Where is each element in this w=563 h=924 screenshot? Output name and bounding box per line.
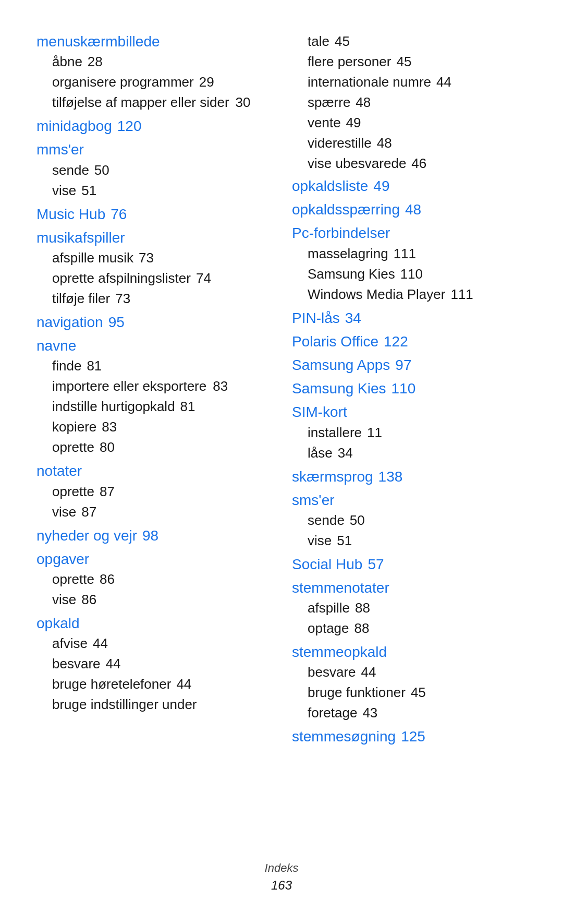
heading-mmser: mms'er xyxy=(36,139,271,160)
subitem-text: vente xyxy=(308,113,341,133)
page-number: 88 xyxy=(354,618,370,639)
heading-samsung-apps: Samsung Apps 97 xyxy=(292,355,527,375)
page-number: 45 xyxy=(396,52,411,72)
subitem-text: bruge funktioner xyxy=(308,682,406,703)
page-number: 87 xyxy=(81,502,96,522)
heading-sim-kort: SIM-kort xyxy=(292,402,527,422)
heading-text: Samsung Kies xyxy=(292,378,386,399)
subitem: flere personer 45 xyxy=(292,52,527,72)
page-number: 110 xyxy=(400,264,423,284)
subitem-text: vise xyxy=(52,502,76,522)
subitem: tale 45 xyxy=(292,31,527,52)
subitem: vise 51 xyxy=(36,181,271,201)
page-number: 86 xyxy=(81,590,96,610)
subitem-text: spærre xyxy=(308,92,350,113)
page-number: 44 xyxy=(106,654,121,674)
subitem-text: tilføje filer xyxy=(52,289,110,309)
heading-pc-forbindelser: Pc-forbindelser xyxy=(292,223,527,243)
entry-menuskaermbillede: menuskærmbillede åbne 28 organisere prog… xyxy=(36,31,271,113)
page-number: 29 xyxy=(199,72,214,92)
subitem-text: åbne xyxy=(52,52,82,72)
page-number: 74 xyxy=(196,268,211,289)
heading-text: opkaldsspærring xyxy=(292,199,400,220)
page-number: 98 xyxy=(142,525,158,546)
page-number: 110 xyxy=(391,378,416,399)
subitem: oprette 80 xyxy=(36,437,271,458)
heading-skaermsprog: skærmsprog 138 xyxy=(292,466,527,487)
heading-text: Pc-forbindelser xyxy=(292,223,390,243)
subitem-multiline: bruge indstillinger under xyxy=(36,694,271,715)
subitem: indstille hurtigopkald 81 xyxy=(36,397,271,417)
page-number: 51 xyxy=(81,181,96,201)
entry-minidagbog: minidagbog 120 xyxy=(36,116,271,136)
page-number: 80 xyxy=(100,437,115,458)
subitem-text: viderestille xyxy=(308,133,372,153)
heading-opkaldsspaerring: opkaldsspærring 48 xyxy=(292,199,527,220)
subitem: optage 88 xyxy=(292,618,527,639)
page-number: 122 xyxy=(384,331,408,352)
page-number: 138 xyxy=(378,466,403,487)
subitem: oprette 86 xyxy=(36,569,271,590)
entry-social-hub: Social Hub 57 xyxy=(292,554,527,574)
entry-smser: sms'er sende 50 vise 51 xyxy=(292,490,527,551)
subitem-text: afspille xyxy=(308,598,350,618)
page-number: 120 xyxy=(117,116,142,136)
heading-text: navne xyxy=(36,335,76,356)
subitem: afspille musik 73 xyxy=(36,248,271,268)
subitem-text: afspille musik xyxy=(52,248,133,268)
entry-navigation: navigation 95 xyxy=(36,312,271,332)
page-number: 88 xyxy=(355,598,370,618)
footer-page: 163 xyxy=(271,878,292,892)
heading-navigation: navigation 95 xyxy=(36,312,271,332)
subitem: afspille 88 xyxy=(292,598,527,618)
heading-opkaldsliste: opkaldsliste 49 xyxy=(292,176,527,196)
subitem-text: foretage xyxy=(308,703,357,723)
heading-text: Social Hub xyxy=(292,554,362,574)
subitem-multiline: tilføjelse af mapper eller sider30 xyxy=(36,92,271,113)
entry-music-hub: Music Hub 76 xyxy=(36,204,271,224)
subitem-text: oprette xyxy=(52,482,94,502)
page-number: 111 xyxy=(394,244,416,264)
subitem-text: organisere programmer xyxy=(52,72,194,92)
entry-navne: navne finde 81 importere eller eksporter… xyxy=(36,335,271,458)
heading-text: sms'er xyxy=(292,490,335,510)
subitem-text: besvare xyxy=(52,654,101,674)
page-number: 81 xyxy=(87,356,102,376)
page-number: 97 xyxy=(395,355,411,375)
heading-stemmenotater: stemmenotater xyxy=(292,578,527,598)
subitem: oprette 87 xyxy=(36,482,271,502)
heading-text: opgaver xyxy=(36,549,89,569)
subitem-text: masselagring xyxy=(308,244,388,264)
subitem-text: sende xyxy=(52,160,89,181)
subitem: vente 49 xyxy=(292,113,527,133)
subitem: sende 50 xyxy=(292,510,527,531)
heading-text: opkaldsliste xyxy=(292,176,368,196)
index-container: menuskærmbillede åbne 28 organisere prog… xyxy=(36,31,527,750)
subitem: vise ubesvarede 46 xyxy=(292,153,527,174)
heading-text: stemmesøgning xyxy=(292,726,396,747)
entry-skaermsprog: skærmsprog 138 xyxy=(292,466,527,487)
heading-text: navigation xyxy=(36,312,103,332)
page-number: 50 xyxy=(350,510,365,531)
subitem: internationale numre 44 xyxy=(292,72,527,92)
subitem: afvise 44 xyxy=(36,633,271,654)
heading-text: notater xyxy=(36,461,82,481)
page-number: 48 xyxy=(377,133,392,153)
heading-opkald: opkald xyxy=(36,613,271,633)
page-number: 49 xyxy=(346,113,361,133)
heading-opgaver: opgaver xyxy=(36,549,271,569)
page-number: 46 xyxy=(411,153,426,174)
heading-minidagbog: minidagbog 120 xyxy=(36,116,271,136)
page-number: 44 xyxy=(361,662,376,682)
entry-stemmenotater: stemmenotater afspille 88 optage 88 xyxy=(292,578,527,639)
subitem-text: Windows Media Player xyxy=(308,284,445,305)
entry-opkaldsspaerring: opkaldsspærring 48 xyxy=(292,199,527,220)
page-number: 87 xyxy=(100,482,115,502)
entry-mmser: mms'er sende 50 vise 51 xyxy=(36,139,271,200)
heading-polaris-office: Polaris Office 122 xyxy=(292,331,527,352)
subitem: bruge funktioner 45 xyxy=(292,682,527,703)
page-number: 11 xyxy=(367,423,382,443)
entry-stemmesogning: stemmesøgning 125 xyxy=(292,726,527,747)
entry-stemmeopkald: stemmeopkald besvare 44 bruge funktioner… xyxy=(292,642,527,723)
entry-notater: notater oprette 87 vise 87 xyxy=(36,461,271,522)
